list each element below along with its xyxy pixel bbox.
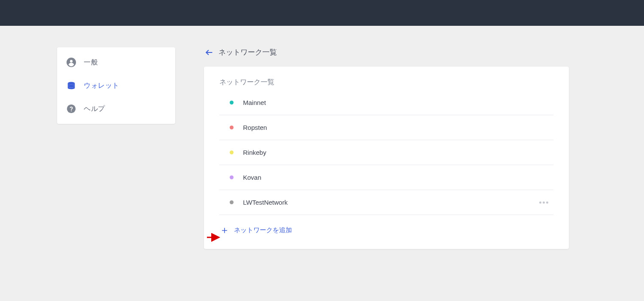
network-item-lwtestnetwork[interactable]: LWTestNetwork: [219, 190, 553, 215]
sidebar-item-label: 一般: [84, 58, 98, 67]
stack-icon: [67, 81, 76, 90]
status-dot: [230, 101, 234, 104]
card-title: ネットワーク一覧: [219, 78, 553, 87]
main-content: ネットワーク一覧 ネットワーク一覧 Mainnet Ropsten Rinkeb…: [204, 47, 569, 249]
status-dot: [230, 200, 234, 204]
more-horizontal-icon[interactable]: [537, 199, 551, 206]
network-list: Mainnet Ropsten Rinkeby Kovan LWTestNetw…: [219, 90, 553, 215]
sidebar-item-label: ヘルプ: [84, 104, 105, 114]
sidebar-item-label: ウォレット: [84, 81, 119, 90]
svg-point-3: [67, 104, 76, 113]
network-name: Mainnet: [243, 99, 266, 106]
help-circle-icon: [67, 104, 76, 114]
network-name: LWTestNetwork: [243, 199, 288, 206]
network-item-ropsten[interactable]: Ropsten: [219, 115, 553, 140]
network-item-rinkeby[interactable]: Rinkeby: [219, 140, 553, 165]
user-circle-icon: [67, 58, 76, 67]
sidebar-item-general[interactable]: 一般: [57, 51, 175, 74]
page-header: ネットワーク一覧: [204, 47, 569, 57]
sidebar-item-wallet[interactable]: ウォレット: [57, 74, 175, 97]
add-network-label: ネットワークを追加: [234, 226, 292, 234]
network-name: Ropsten: [243, 124, 267, 131]
network-name: Kovan: [243, 174, 261, 181]
status-dot: [230, 150, 234, 154]
network-item-kovan[interactable]: Kovan: [219, 165, 553, 190]
status-dot: [230, 175, 234, 179]
top-bar: [0, 0, 644, 26]
network-item-mainnet[interactable]: Mainnet: [219, 90, 553, 115]
network-name: Rinkeby: [243, 149, 266, 156]
status-dot: [230, 126, 234, 129]
sidebar-item-help[interactable]: ヘルプ: [57, 97, 175, 120]
svg-point-1: [70, 60, 73, 62]
plus-icon: [221, 227, 228, 234]
page-title: ネットワーク一覧: [219, 47, 277, 57]
add-network-button[interactable]: ネットワークを追加: [219, 215, 553, 237]
network-list-card: ネットワーク一覧 Mainnet Ropsten Rinkeby Kovan: [204, 67, 569, 249]
sidebar: 一般 ウォレット ヘルプ: [57, 47, 175, 124]
svg-point-2: [68, 82, 75, 85]
arrow-left-icon[interactable]: [205, 48, 213, 57]
